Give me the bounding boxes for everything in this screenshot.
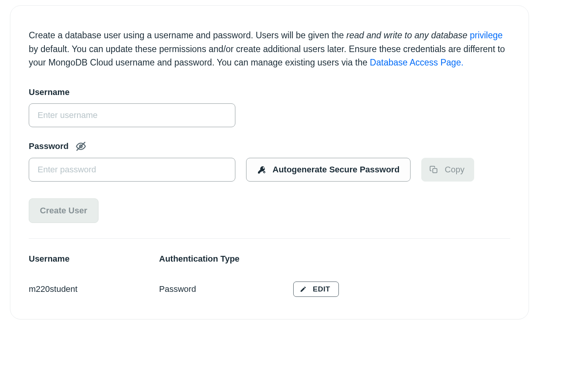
row-actions: EDIT: [293, 282, 510, 297]
create-database-user-card: Create a database user using a username …: [10, 5, 529, 319]
username-input[interactable]: [29, 103, 235, 127]
password-group: Password: [29, 141, 510, 182]
database-access-page-link[interactable]: Database Access Page.: [370, 57, 463, 67]
desc-privilege-italic: read and write to any database: [346, 30, 467, 40]
edit-user-button[interactable]: EDIT: [293, 282, 339, 297]
table-row: m220student Password EDIT: [29, 282, 510, 297]
create-user-label: Create User: [40, 206, 87, 216]
user-list-header: Username Authentication Type: [29, 254, 510, 264]
copy-icon: [429, 165, 439, 174]
eye-off-icon[interactable]: [76, 141, 86, 152]
username-group: Username: [29, 87, 510, 127]
password-input[interactable]: [29, 158, 235, 182]
key-icon: [257, 165, 266, 174]
autogenerate-password-label: Autogenerate Secure Password: [273, 165, 399, 175]
header-auth-type: Authentication Type: [159, 254, 293, 264]
svg-rect-2: [433, 169, 437, 173]
create-user-button: Create User: [29, 198, 99, 223]
header-username: Username: [29, 254, 159, 264]
create-user-form: Username Password: [29, 87, 510, 223]
privilege-link[interactable]: privilege: [470, 30, 503, 40]
password-row: Autogenerate Secure Password Copy: [29, 158, 510, 182]
pencil-icon: [300, 286, 307, 293]
password-label-row: Password: [29, 141, 510, 152]
edit-label: EDIT: [313, 285, 330, 293]
password-label: Password: [29, 141, 69, 151]
autogenerate-password-button[interactable]: Autogenerate Secure Password: [246, 158, 411, 182]
desc-part1: Create a database user using a username …: [29, 30, 346, 40]
copy-label: Copy: [445, 165, 464, 175]
description-text: Create a database user using a username …: [29, 29, 510, 70]
username-label: Username: [29, 87, 510, 97]
copy-button: Copy: [421, 158, 474, 182]
row-auth-type: Password: [159, 284, 293, 294]
section-divider: [29, 238, 510, 239]
row-username: m220student: [29, 284, 159, 294]
existing-users-list: Username Authentication Type m220student…: [29, 254, 510, 297]
